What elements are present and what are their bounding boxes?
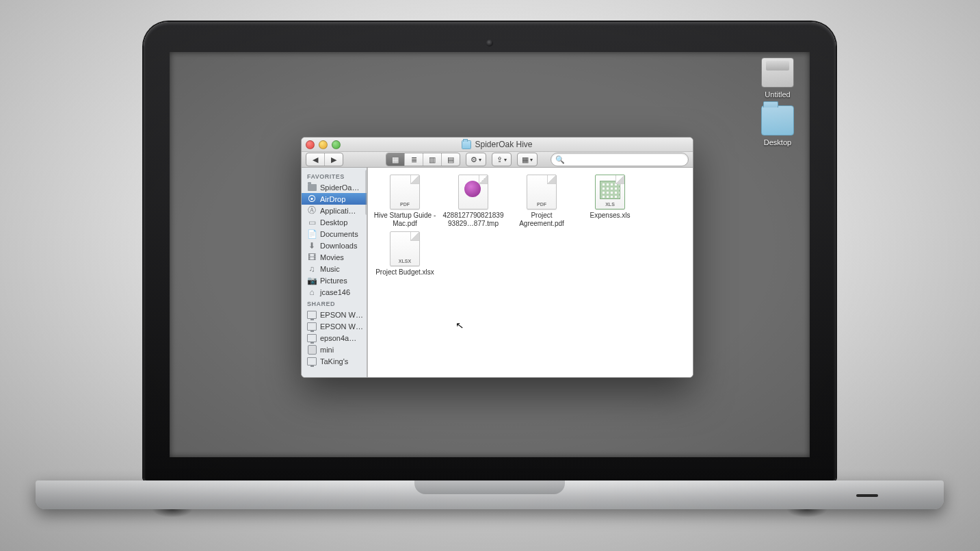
action-menu[interactable]: ⚙▾ <box>466 153 486 166</box>
sidebar-item-label: Applicati… <box>320 207 356 215</box>
file-item[interactable]: 428812779082183993829…877.tmp <box>442 175 505 227</box>
file-label: Expenses.xls <box>590 212 631 220</box>
sidebar-item-label: Music <box>320 265 340 273</box>
home-icon: ⌂ <box>307 287 317 297</box>
sidebar-item-home[interactable]: ⌂ jcase146 <box>302 286 367 298</box>
file-tag: XLS <box>605 202 615 207</box>
window-title: SpiderOak Hive <box>302 140 693 149</box>
search-field[interactable]: 🔍 <box>551 153 689 166</box>
desktop-icon-folder[interactable]: Desktop <box>752 105 803 146</box>
display-icon <box>307 333 317 343</box>
view-switcher: ▦ ≣ ▥ ▤ <box>386 153 460 166</box>
gear-icon: ⚙ <box>471 156 477 164</box>
sidebar-item-label: TaKing's <box>320 357 348 366</box>
sidebar-item-desktop[interactable]: ▭ Desktop <box>302 216 367 228</box>
back-button[interactable]: ◀ <box>306 153 324 166</box>
airdrop-icon: ⦿ <box>307 194 317 204</box>
sidebar-item-label: epson4a… <box>320 334 356 342</box>
share-menu[interactable]: ⇪▾ <box>492 153 512 166</box>
file-grid[interactable]: PDF Hive Startup Guide - Mac.pdf 4288127… <box>368 168 693 377</box>
sidebar-item-label: mini <box>320 346 334 354</box>
view-list-button[interactable]: ≣ <box>404 153 423 166</box>
coverflow-icon: ▤ <box>447 156 454 164</box>
laptop-foot <box>152 509 193 517</box>
close-button[interactable] <box>306 140 315 149</box>
sidebar-heading-favorites: FAVORITES <box>302 170 367 181</box>
cursor-icon: ↖ <box>455 319 464 331</box>
applications-icon: Ⓐ <box>307 206 317 216</box>
music-icon: ♫ <box>307 264 317 274</box>
sidebar-item-documents[interactable]: 📄 Documents <box>302 228 367 240</box>
zoom-button[interactable] <box>332 140 341 149</box>
display-icon <box>307 310 317 320</box>
sidebar-item-label: Documents <box>320 230 358 238</box>
file-item[interactable]: PDF Hive Startup Guide - Mac.pdf <box>373 175 436 227</box>
search-icon: 🔍 <box>555 155 565 164</box>
file-label: Project Budget.xlsx <box>375 268 434 277</box>
file-tag: PDF <box>537 202 546 207</box>
downloads-icon: ⬇ <box>307 241 317 251</box>
chevron-down-icon: ▾ <box>479 157 481 163</box>
desktop-icon-hd[interactable]: Untitled <box>752 57 803 99</box>
display-icon <box>307 322 317 331</box>
file-item[interactable]: XLSX Project Budget.xlsx <box>373 231 436 277</box>
sidebar-item-downloads[interactable]: ⬇ Downloads <box>302 240 367 251</box>
sidebar-item-pictures[interactable]: 📷 Pictures <box>302 274 367 286</box>
chevron-right-icon: ▶ <box>331 156 336 164</box>
sidebar-item-shared[interactable]: EPSON W… <box>302 309 367 320</box>
sidebar-item-label: SpiderOa… <box>320 183 359 192</box>
sidebar-item-label: Desktop <box>320 218 347 227</box>
sidebar-item-movies[interactable]: 🎞 Movies <box>302 251 367 263</box>
search-input[interactable] <box>568 155 684 164</box>
file-tag: PDF <box>400 202 410 207</box>
pictures-icon: 📷 <box>307 276 317 285</box>
xls-file-icon: XLS <box>595 175 625 209</box>
file-label: Hive Startup Guide - Mac.pdf <box>373 212 436 227</box>
movies-icon: 🎞 <box>307 253 317 262</box>
ir-sensor-icon <box>856 494 878 497</box>
file-label: 428812779082183993829…877.tmp <box>442 212 505 227</box>
chevron-left-icon: ◀ <box>313 156 318 164</box>
minimize-button[interactable] <box>319 140 328 149</box>
pdf-file-icon: PDF <box>527 175 557 209</box>
sidebar-item-shared[interactable]: TaKing's <box>302 355 367 367</box>
pdf-file-icon: PDF <box>390 175 420 209</box>
sidebar-item-shared[interactable]: epson4a… <box>302 332 367 344</box>
nav-buttons: ◀ ▶ <box>306 153 343 166</box>
arrange-menu[interactable]: ▦▾ <box>517 153 538 166</box>
window-title-label: SpiderOak Hive <box>475 140 532 149</box>
sidebar-item-music[interactable]: ♫ Music <box>302 263 367 274</box>
tmp-file-icon <box>458 175 488 209</box>
grid-icon: ▦ <box>392 156 399 164</box>
sidebar-item-spideroak[interactable]: SpiderOa… <box>302 181 367 193</box>
file-item[interactable]: XLS Expenses.xls <box>579 175 641 227</box>
server-icon <box>307 345 317 355</box>
folder-icon <box>761 105 794 136</box>
chevron-down-icon: ▾ <box>504 157 507 163</box>
view-column-button[interactable]: ▥ <box>423 153 441 166</box>
sidebar-item-label: Pictures <box>320 277 347 285</box>
laptop-notch <box>414 480 565 494</box>
sidebar-item-applications[interactable]: Ⓐ Applicati… <box>302 205 367 216</box>
xlsx-file-icon: XLSX <box>390 231 420 266</box>
view-cover-button[interactable]: ▤ <box>441 153 460 166</box>
desktop-icon: ▭ <box>307 218 317 227</box>
file-item[interactable]: PDF Project Agreement.pdf <box>510 175 573 227</box>
sidebar-item-shared[interactable]: EPSON W… <box>302 320 367 332</box>
sidebar-item-label: AirDrop <box>320 195 345 203</box>
share-icon: ⇪ <box>496 156 503 164</box>
sidebar-item-airdrop[interactable]: ⦿ AirDrop <box>302 193 367 205</box>
forward-button[interactable]: ▶ <box>324 153 343 166</box>
documents-icon: 📄 <box>307 229 317 239</box>
hard-drive-icon <box>761 57 794 88</box>
view-icon-button[interactable]: ▦ <box>386 153 404 166</box>
sidebar-item-label: Movies <box>320 253 344 261</box>
sidebar-item-label: EPSON W… <box>320 322 363 331</box>
laptop-base <box>36 480 944 509</box>
list-icon: ≣ <box>411 156 417 164</box>
arrange-icon: ▦ <box>522 156 529 164</box>
sidebar-item-shared[interactable]: mini <box>302 344 367 355</box>
laptop-foot <box>786 509 827 517</box>
sidebar-item-label: EPSON W… <box>320 311 363 319</box>
titlebar[interactable]: SpiderOak Hive <box>302 138 693 152</box>
